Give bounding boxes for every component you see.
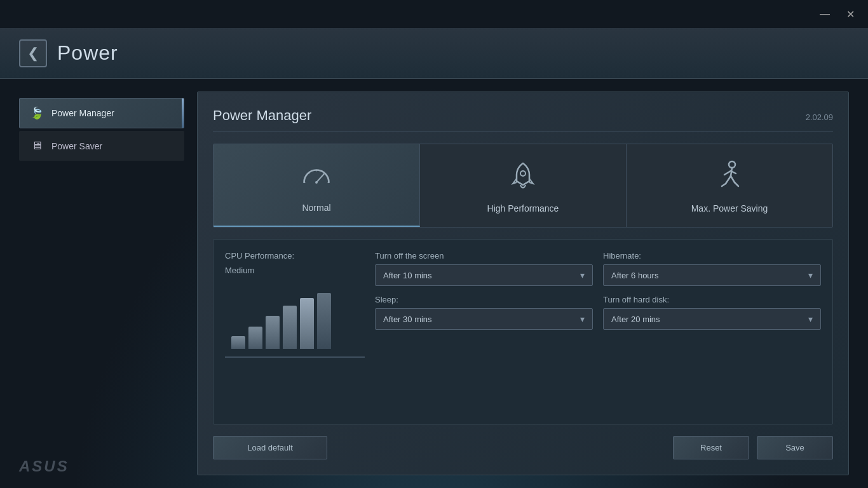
- monitor-icon: 🖥: [30, 139, 44, 152]
- svg-line-12: [726, 176, 731, 184]
- screen-select[interactable]: After 10 mins ▾: [375, 264, 593, 286]
- rocket-icon: [506, 158, 539, 196]
- reset-button[interactable]: Reset: [673, 436, 749, 459]
- panel-title: Power Manager: [213, 107, 311, 124]
- cpu-performance-section: CPU Performance: Medium: [225, 251, 365, 412]
- sidebar-item-power-manager[interactable]: 🍃 Power Manager: [19, 98, 184, 128]
- app-header: ❮ Power: [0, 28, 868, 79]
- svg-line-13: [722, 184, 726, 186]
- main-layout: 🍃 Power Manager 🖥 Power Saver Power Mana…: [0, 79, 868, 488]
- sleep-label: Sleep:: [375, 295, 593, 304]
- hard-disk-select[interactable]: After 20 mins ▾: [603, 308, 821, 330]
- svg-line-15: [735, 182, 738, 186]
- speedometer-icon: [300, 158, 333, 195]
- screen-sleep-settings: Turn off the screen After 10 mins ▾ Slee…: [375, 251, 593, 412]
- title-bar-controls: — ✕: [817, 6, 858, 22]
- hard-disk-select-value: After 20 mins: [611, 315, 808, 324]
- screen-select-value: After 10 mins: [383, 271, 580, 280]
- back-button[interactable]: ❮: [19, 39, 47, 67]
- hard-disk-setting-group: Turn off hard disk: After 20 mins ▾: [603, 295, 821, 330]
- minimize-button[interactable]: —: [817, 6, 832, 22]
- settings-area: CPU Performance: Medium Turn: [213, 239, 833, 424]
- hard-disk-label: Turn off hard disk:: [603, 295, 821, 304]
- leaf-icon: 🍃: [30, 106, 44, 120]
- cpu-bar-chart: [225, 292, 365, 349]
- action-buttons: Load default Reset Save: [213, 436, 833, 459]
- panel-header: Power Manager 2.02.09: [213, 107, 833, 132]
- asus-logo: ASUS: [19, 458, 69, 475]
- power-mode-tabs: Normal: [213, 144, 833, 227]
- sidebar: 🍃 Power Manager 🖥 Power Saver: [19, 92, 184, 475]
- screen-label: Turn off the screen: [375, 251, 593, 261]
- title-bar: — ✕: [0, 0, 868, 28]
- bar-3: [266, 316, 280, 349]
- close-button[interactable]: ✕: [843, 6, 858, 22]
- panel-version: 2.02.09: [806, 112, 833, 122]
- bar-1: [231, 336, 245, 349]
- sidebar-item-label: Power Saver: [51, 141, 102, 151]
- power-mode-normal[interactable]: Normal: [214, 144, 420, 227]
- svg-point-7: [520, 171, 526, 176]
- hibernate-label: Hibernate:: [603, 251, 821, 261]
- cpu-performance-value: Medium: [225, 266, 365, 275]
- screen-chevron-icon: ▾: [580, 270, 585, 280]
- bar-5: [300, 298, 314, 349]
- screen-setting-group: Turn off the screen After 10 mins ▾: [375, 251, 593, 286]
- hibernate-disk-settings: Hibernate: After 6 hours ▾ Turn off hard…: [603, 251, 821, 412]
- hard-disk-chevron-icon: ▾: [808, 314, 813, 324]
- svg-line-6: [316, 174, 324, 182]
- app-container: — ✕ ❮ Power 🍃 Power Manager 🖥 Power Save…: [0, 0, 868, 488]
- hibernate-select-value: After 6 hours: [611, 271, 808, 280]
- load-default-button[interactable]: Load default: [213, 436, 327, 459]
- content-panel: Power Manager 2.02.09: [197, 92, 849, 475]
- svg-line-10: [724, 171, 731, 175]
- sidebar-item-label: Power Manager: [51, 108, 114, 118]
- cpu-performance-label: CPU Performance:: [225, 251, 365, 261]
- walker-icon: [713, 158, 746, 196]
- sleep-setting-group: Sleep: After 30 mins ▾: [375, 295, 593, 330]
- power-mode-max-saving[interactable]: Max. Power Saving: [627, 144, 832, 227]
- svg-point-8: [729, 161, 735, 168]
- bar-6: [317, 293, 331, 349]
- hibernate-setting-group: Hibernate: After 6 hours ▾: [603, 251, 821, 286]
- high-performance-mode-label: High Performance: [487, 203, 559, 214]
- bar-2: [248, 327, 262, 349]
- sleep-select[interactable]: After 30 mins ▾: [375, 308, 593, 330]
- sidebar-item-power-saver[interactable]: 🖥 Power Saver: [19, 131, 184, 161]
- bar-4: [283, 306, 297, 349]
- hibernate-select[interactable]: After 6 hours ▾: [603, 264, 821, 286]
- max-saving-mode-label: Max. Power Saving: [691, 203, 768, 214]
- hibernate-chevron-icon: ▾: [808, 270, 813, 280]
- normal-mode-label: Normal: [302, 203, 330, 213]
- chart-baseline: [225, 356, 365, 358]
- svg-line-14: [731, 176, 735, 182]
- page-title: Power: [57, 41, 118, 65]
- sleep-chevron-icon: ▾: [580, 314, 585, 324]
- power-mode-high-performance[interactable]: High Performance: [420, 144, 627, 227]
- save-button[interactable]: Save: [757, 436, 833, 459]
- sleep-select-value: After 30 mins: [383, 315, 580, 324]
